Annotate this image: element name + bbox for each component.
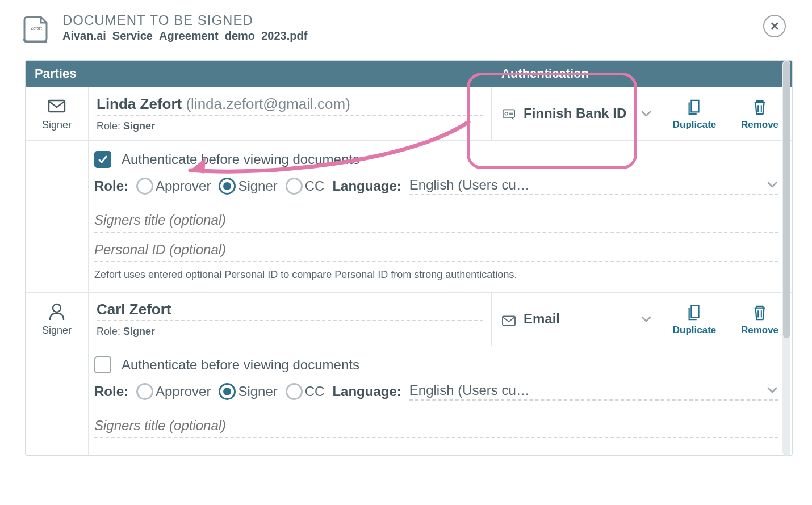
authenticate-before-view-checkbox[interactable] [94, 151, 111, 168]
role-approver-radio[interactable] [136, 178, 153, 195]
party-name-cell[interactable]: Linda Zefort (linda.zefort@gmail.com) Ro… [88, 87, 491, 140]
role-field-label: Role: [94, 384, 128, 399]
signer-type-cell: Signer [26, 87, 88, 140]
envelope-icon [501, 313, 517, 326]
signer-type-label: Signer [42, 325, 72, 336]
chevron-down-icon [766, 384, 778, 397]
party-block: Signer Linda Zefort (linda.zefort@gmail.… [26, 87, 792, 292]
scrollbar-track[interactable] [782, 60, 790, 456]
scrollbar-thumb[interactable] [783, 61, 790, 338]
chevron-down-icon [640, 313, 652, 326]
personal-id-input[interactable] [94, 238, 778, 262]
language-select[interactable]: English (Users cu… [409, 177, 778, 195]
role-signer-radio[interactable] [219, 383, 236, 400]
trash-icon [751, 303, 768, 322]
duplicate-button[interactable]: Duplicate [662, 293, 727, 346]
role-signer-radio[interactable] [219, 178, 236, 195]
authentication-select[interactable]: Finnish Bank ID [491, 87, 662, 140]
duplicate-icon [686, 303, 703, 322]
signer-type-label: Signer [42, 119, 72, 131]
chevron-down-icon [766, 179, 778, 191]
party-email: (linda.zefort@gmail.com) [186, 95, 350, 112]
party-role-value: Signer [123, 326, 155, 337]
envelope-icon [47, 96, 66, 116]
duplicate-button[interactable]: Duplicate [662, 87, 727, 140]
authenticate-before-view-label: Authenticate before viewing documents [122, 152, 359, 167]
signer-type-cell: Signer [26, 293, 88, 346]
language-field-label: Language: [332, 178, 401, 194]
trash-icon [751, 98, 768, 117]
duplicate-icon [686, 98, 703, 117]
party-role-value: Signer [123, 120, 155, 132]
column-authentication-header: Authentication [491, 66, 662, 81]
language-field-label: Language: [332, 384, 401, 399]
authentication-value: Finnish Bank ID [524, 106, 633, 121]
chevron-down-icon [640, 108, 652, 120]
modal-header: DOCUMENT TO BE SIGNED Aivan.ai_Service_A… [0, 0, 812, 44]
close-button[interactable]: ✕ [763, 15, 786, 37]
party-options: Authenticate before viewing documents Ro… [26, 140, 792, 292]
document-icon [20, 12, 52, 44]
role-approver-radio[interactable] [136, 383, 153, 400]
party-name-cell[interactable]: Carl Zefort Role: Signer [88, 293, 491, 346]
document-top-label: DOCUMENT TO BE SIGNED [62, 12, 763, 28]
party-block: Signer Carl Zefort Role: Signer Email [26, 292, 792, 455]
language-value: English (Users cu… [409, 177, 761, 193]
table-header: Parties Authentication [26, 61, 792, 87]
signers-title-input[interactable] [94, 209, 778, 233]
role-cc-radio[interactable] [286, 178, 303, 195]
party-top-row: Signer Carl Zefort Role: Signer Email [26, 292, 792, 346]
party-options: Authenticate before viewing documents Ro… [26, 346, 792, 455]
party-top-row: Signer Linda Zefort (linda.zefort@gmail.… [26, 87, 792, 140]
language-select[interactable]: English (Users cu… [409, 382, 778, 401]
signers-title-input[interactable] [94, 414, 778, 438]
authentication-select[interactable]: Email [491, 293, 662, 346]
document-meta: DOCUMENT TO BE SIGNED Aivan.ai_Service_A… [62, 12, 763, 43]
party-name: Linda Zefort [97, 95, 182, 112]
party-name: Carl Zefort [97, 301, 171, 318]
check-icon [98, 154, 108, 165]
personal-id-help-text: Zefort uses entered optional Personal ID… [94, 269, 778, 281]
document-filename: Aivan.ai_Service_Agreement_demo_2023.pdf [62, 30, 763, 43]
column-parties-header: Parties [26, 66, 491, 81]
role-field-label: Role: [94, 178, 128, 194]
person-icon [47, 302, 66, 321]
language-value: English (Users cu… [409, 382, 761, 398]
authenticate-before-view-checkbox[interactable] [94, 356, 111, 373]
authenticate-before-view-label: Authenticate before viewing documents [122, 357, 359, 373]
authentication-value: Email [524, 312, 633, 326]
parties-panel: Parties Authentication Signer Linda Zefo… [25, 60, 793, 456]
id-card-icon [501, 108, 517, 120]
role-cc-radio[interactable] [286, 383, 303, 400]
